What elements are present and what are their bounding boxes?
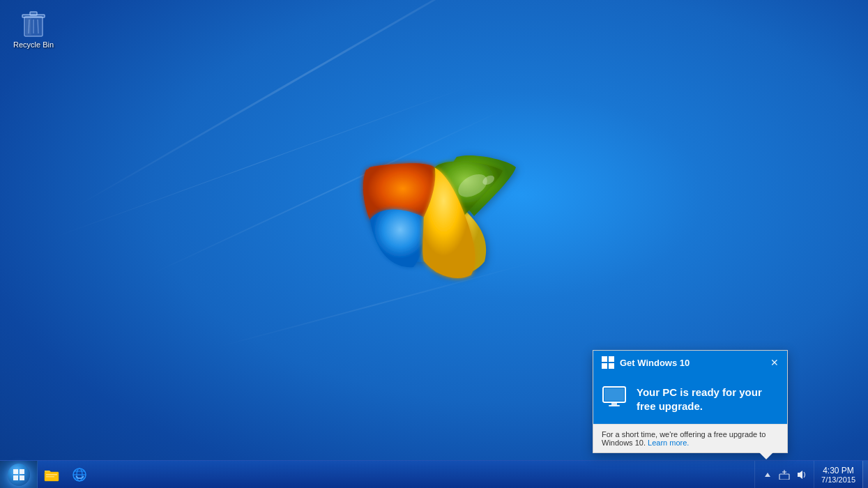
svg-marker-33 [798, 471, 802, 479]
svg-rect-14 [604, 388, 624, 401]
svg-rect-6 [26, 18, 31, 35]
taskbar-internet-explorer[interactable] [66, 461, 93, 489]
taskbar-file-explorer[interactable] [38, 461, 66, 489]
taskbar: 4:30 PM 7/13/2015 [0, 460, 868, 488]
svg-rect-17 [13, 469, 18, 474]
desktop: Recycle Bin [0, 0, 868, 488]
recycle-bin-image [18, 7, 49, 38]
pc-icon [602, 386, 627, 413]
win10-upgrade-popup: Get Windows 10 ✕ Your PC is ready for yo… [593, 350, 788, 453]
volume-icon[interactable] [794, 461, 808, 489]
learn-more-link[interactable]: Learn more. [648, 439, 689, 447]
show-desktop-button[interactable] [862, 461, 868, 489]
svg-rect-11 [602, 363, 607, 369]
svg-rect-18 [20, 469, 24, 474]
svg-rect-10 [609, 356, 614, 362]
clock-time: 4:30 PM [823, 466, 854, 475]
popup-header-left: Get Windows 10 [602, 356, 690, 369]
popup-footer: For a short time, we're offering a free … [593, 424, 787, 452]
svg-rect-20 [20, 475, 24, 480]
windows-logo [307, 125, 544, 349]
windows10-logo-icon [602, 356, 614, 369]
svg-rect-9 [602, 356, 607, 362]
popup-header: Get Windows 10 ✕ [593, 351, 787, 374]
popup-message: Your PC is ready for your free upgrade. [637, 386, 779, 413]
svg-rect-19 [13, 475, 18, 480]
start-button[interactable] [0, 461, 38, 489]
svg-rect-12 [609, 363, 614, 369]
popup-body: Your PC is ready for your free upgrade. [593, 374, 787, 424]
clock-date: 7/13/2015 [821, 475, 855, 484]
svg-marker-29 [765, 473, 770, 477]
tray-icons [754, 461, 814, 488]
windows-start-icon [13, 468, 25, 481]
recycle-bin-label: Recycle Bin [13, 40, 54, 49]
recycle-bin-icon[interactable]: Recycle Bin [9, 7, 58, 49]
svg-rect-22 [46, 474, 57, 475]
svg-rect-23 [46, 476, 54, 478]
start-orb [8, 464, 30, 486]
svg-rect-30 [779, 474, 789, 480]
tray-expand-button[interactable] [761, 461, 775, 489]
network-icon[interactable] [777, 461, 791, 489]
clock[interactable]: 4:30 PM 7/13/2015 [814, 461, 862, 488]
popup-close-button[interactable]: ✕ [770, 358, 779, 367]
system-tray: 4:30 PM 7/13/2015 [754, 461, 868, 488]
svg-rect-5 [30, 12, 37, 15]
svg-rect-16 [609, 405, 620, 406]
svg-rect-15 [611, 402, 617, 405]
popup-title: Get Windows 10 [620, 358, 690, 368]
